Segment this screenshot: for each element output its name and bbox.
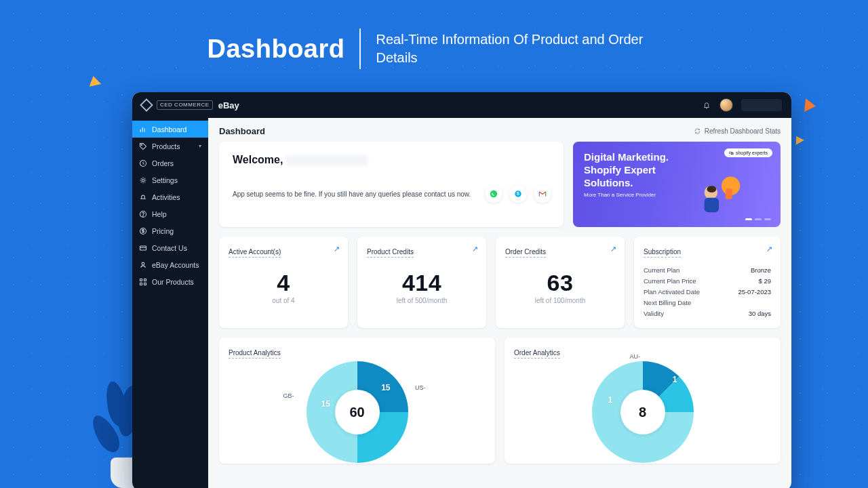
- brand: CED COMMERCE eBay: [142, 100, 239, 110]
- svg-point-6: [142, 179, 144, 181]
- decoration-triangle: [804, 98, 816, 113]
- stat-sub: left of 500/month: [367, 297, 477, 304]
- sidebar-item-settings[interactable]: Settings: [132, 171, 208, 188]
- welcome-heading: Welcome,: [233, 154, 551, 166]
- sidebar-item-label: Help: [152, 210, 167, 218]
- svg-rect-15: [140, 283, 142, 285]
- svg-rect-10: [140, 246, 146, 250]
- subscription-card: Subscription ↗ Current PlanBronze Curren…: [634, 237, 781, 328]
- skype-icon[interactable]: S: [509, 185, 527, 203]
- sidebar-item-contact[interactable]: Contact Us: [132, 239, 208, 256]
- welcome-name-blurred: [286, 155, 368, 166]
- svg-point-4: [141, 144, 142, 146]
- main: Dashboard Refresh Dashboard Stats Welcom…: [208, 118, 791, 488]
- svg-point-12: [142, 262, 144, 265]
- sidebar-item-label: Settings: [152, 176, 178, 184]
- donut-label: GB-: [283, 392, 294, 399]
- sidebar-item-label: Products: [152, 142, 180, 150]
- svg-point-8: [143, 216, 144, 216]
- donut-label: AU-: [630, 353, 641, 360]
- subscription-row: Next Billing Date: [644, 297, 771, 308]
- stat-value: 4: [229, 270, 338, 296]
- grid-icon: [139, 278, 147, 286]
- stat-sub: left of 100/month: [505, 297, 615, 304]
- analytics-title: Product Analytics: [229, 349, 281, 359]
- sidebar-item-activities[interactable]: Activities: [132, 188, 208, 205]
- sidebar-item-our-products[interactable]: Our Products: [132, 273, 208, 290]
- stat-card-order-credits: Order Credits ↗ 63 left of 100/month: [496, 237, 625, 328]
- donut-center-value: 60: [335, 390, 380, 434]
- divider: [359, 28, 361, 69]
- user-icon: [139, 261, 147, 269]
- notification-bell-icon[interactable]: [702, 100, 711, 110]
- dollar-icon: [139, 227, 147, 235]
- promo-pill: 🛍 shopify experts: [724, 148, 772, 157]
- stat-title: Active Account(s): [229, 248, 281, 258]
- stat-card-active-accounts: Active Account(s) ↗ 4 out of 4: [219, 237, 348, 328]
- donut-center-value: 8: [620, 390, 665, 434]
- subscription-row: Current PlanBronze: [644, 264, 771, 275]
- promo-banner[interactable]: 🛍 shopify experts Digital Marketing. Sho…: [573, 142, 781, 227]
- stat-value: 63: [505, 270, 615, 296]
- donut-slice-value: 1: [673, 375, 677, 384]
- welcome-card: Welcome, App setup seems to be fine. If …: [219, 142, 564, 227]
- refresh-button[interactable]: Refresh Dashboard Stats: [694, 127, 781, 135]
- carousel-dots[interactable]: [745, 218, 771, 220]
- app-window: CED COMMERCE eBay Dashboard Products ▾: [132, 92, 791, 488]
- sidebar-item-label: Orders: [152, 159, 174, 167]
- order-analytics-donut: 8 AU- 1 1: [592, 361, 694, 463]
- chart-bar-icon: [139, 125, 147, 134]
- brand-name: eBay: [218, 100, 239, 110]
- hero-title: Dashboard: [208, 35, 345, 64]
- stat-sub: out of 4: [229, 297, 338, 304]
- sidebar-item-label: Pricing: [152, 227, 174, 235]
- external-link-icon[interactable]: ↗: [472, 245, 478, 253]
- stat-title: Product Credits: [367, 248, 414, 258]
- sidebar-item-label: Contact Us: [152, 244, 187, 252]
- external-link-icon[interactable]: ↗: [766, 245, 772, 253]
- brand-box: CED COMMERCE: [157, 100, 213, 110]
- topbar: CED COMMERCE eBay: [132, 92, 791, 118]
- svg-rect-14: [144, 279, 146, 281]
- sidebar-item-label: Activities: [152, 193, 180, 201]
- donut-slice-value: 1: [608, 395, 613, 405]
- product-analytics-donut: 60 GB- US- 15 15: [307, 361, 408, 463]
- sidebar-item-help[interactable]: Help: [132, 205, 208, 222]
- bell-icon: [139, 193, 147, 201]
- chevron-down-icon: ▾: [199, 143, 201, 149]
- clock-icon: [139, 159, 147, 167]
- account-menu[interactable]: [741, 99, 782, 111]
- subscription-row: Current Plan Price$ 29: [644, 275, 771, 286]
- external-link-icon[interactable]: ↗: [334, 245, 340, 253]
- svg-rect-25: [707, 186, 717, 192]
- sidebar-item-orders[interactable]: Orders: [132, 155, 208, 171]
- sidebar-item-pricing[interactable]: Pricing: [132, 222, 208, 239]
- whatsapp-icon[interactable]: [485, 185, 502, 203]
- svg-point-17: [490, 190, 498, 198]
- sidebar-item-label: eBay Accounts: [152, 261, 199, 269]
- hero-banner: Dashboard Real-Time Information Of Produ…: [0, 28, 868, 69]
- stat-title: Subscription: [644, 248, 681, 258]
- donut-label: US-: [415, 384, 426, 391]
- gmail-icon[interactable]: [534, 185, 551, 203]
- sidebar-item-label: Our Products: [152, 278, 194, 286]
- donut-slice-value: 15: [321, 399, 330, 409]
- order-analytics-card: Order Analytics 8 AU- 1 1: [505, 338, 781, 464]
- sidebar-item-ebay-accounts[interactable]: eBay Accounts: [132, 256, 208, 273]
- sidebar-item-products[interactable]: Products ▾: [132, 138, 208, 155]
- hero-subtitle: Real-Time Information Of Product and Ord…: [376, 30, 660, 67]
- svg-rect-13: [140, 279, 142, 281]
- sidebar-item-dashboard[interactable]: Dashboard: [132, 121, 208, 138]
- promo-illustration: [694, 166, 747, 222]
- page-title: Dashboard: [219, 126, 265, 136]
- svg-rect-24: [705, 198, 719, 212]
- external-link-icon[interactable]: ↗: [610, 245, 616, 253]
- subscription-row: Validity30 days: [644, 308, 771, 319]
- svg-rect-16: [144, 283, 146, 285]
- svg-point-0: [706, 108, 707, 109]
- stat-value: 414: [367, 270, 477, 296]
- svg-rect-22: [726, 188, 732, 199]
- product-analytics-card: Product Analytics 60 GB- US- 15 15: [219, 338, 495, 464]
- sidebar-item-label: Dashboard: [152, 125, 186, 134]
- avatar[interactable]: [719, 98, 733, 112]
